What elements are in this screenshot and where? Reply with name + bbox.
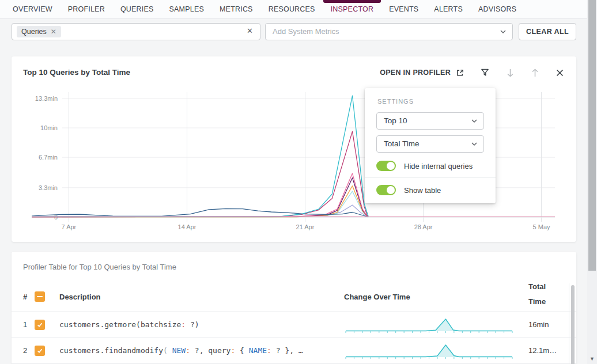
row-rank: 2 xyxy=(23,346,27,355)
chip-close-icon[interactable]: ✕ xyxy=(51,28,56,36)
chevron-down-icon xyxy=(471,141,478,147)
toggle-label: Hide internal queries xyxy=(404,162,473,170)
chart-settings-popup: SETTINGS Top 10 Total Time Hide internal… xyxy=(365,88,496,203)
chevron-down-icon xyxy=(500,28,507,35)
column-total-time: Total Time xyxy=(528,279,553,309)
toggle-label: Show table xyxy=(404,186,441,195)
query-description: customers.getmore(batchsize: ?) xyxy=(59,320,199,329)
svg-text:3.3min: 3.3min xyxy=(39,184,58,191)
metrics-placeholder: Add System Metrics xyxy=(273,24,339,40)
settings-heading: SETTINGS xyxy=(377,98,414,105)
open-in-profiler-button[interactable]: OPEN IN PROFILER xyxy=(380,69,464,77)
top-n-select-value: Top 10 xyxy=(384,113,407,129)
change-over-time-sparkline xyxy=(345,317,513,334)
svg-text:13.3min: 13.3min xyxy=(35,95,58,102)
chart-filter-button[interactable] xyxy=(481,68,489,77)
chevron-down-icon xyxy=(471,117,478,124)
chart-actions: OPEN IN PROFILER xyxy=(380,68,564,77)
arrow-up-icon xyxy=(531,69,539,77)
top-n-select[interactable]: Top 10 xyxy=(376,112,484,130)
table-scrollbar-track xyxy=(569,283,569,364)
filter-chip-label: Queries xyxy=(21,28,47,36)
checkmark-icon xyxy=(36,347,43,354)
select-all-checkbox[interactable] xyxy=(35,291,45,302)
table-header-row: # Description Change Over Time Total Tim… xyxy=(12,283,576,312)
filter-chip-queries[interactable]: Queries ✕ xyxy=(17,26,61,37)
svg-text:14 Apr: 14 Apr xyxy=(178,223,197,230)
move-chart-down-button[interactable] xyxy=(507,69,514,77)
toggle-switch-on[interactable] xyxy=(376,161,396,171)
arrow-down-icon xyxy=(507,69,514,77)
hide-internal-queries-toggle[interactable]: Hide internal queries xyxy=(376,155,490,177)
row-checkbox[interactable] xyxy=(35,346,45,356)
tab-metrics[interactable]: METRICS xyxy=(220,5,253,13)
page-scrollbar[interactable]: ▼ xyxy=(587,0,597,364)
active-tab-indicator xyxy=(323,0,381,3)
profiler-table-title: Profiler Table for Top 10 Queries by Tot… xyxy=(23,263,176,271)
row-rank: 1 xyxy=(23,320,27,329)
page-scrollbar-thumb[interactable] xyxy=(588,0,596,271)
tab-inspector-label: INSPECTOR xyxy=(331,5,374,13)
tab-queries[interactable]: QUERIES xyxy=(120,5,154,13)
svg-text:21 Apr: 21 Apr xyxy=(296,223,315,230)
indeterminate-minus-icon xyxy=(37,296,43,297)
tab-resources[interactable]: RESOURCES xyxy=(269,5,315,13)
column-rank: # xyxy=(23,293,27,301)
svg-text:28 Apr: 28 Apr xyxy=(414,223,433,230)
tab-alerts[interactable]: ALERTS xyxy=(434,5,463,13)
open-in-profiler-label: OPEN IN PROFILER xyxy=(380,69,451,77)
toggle-switch-on[interactable] xyxy=(376,185,396,195)
table-row[interactable]: 2 customers.findandmodify( NEW: ?, query… xyxy=(12,338,576,364)
metric-select-value: Total Time xyxy=(384,136,420,152)
popup-divider xyxy=(365,177,496,178)
table-scrollbar-thumb[interactable] xyxy=(571,285,575,364)
metric-select[interactable]: Total Time xyxy=(376,135,484,153)
tab-overview[interactable]: OVERVIEW xyxy=(13,5,52,13)
svg-text:6.7min: 6.7min xyxy=(39,154,58,161)
chart-title: Top 10 Queries by Total Time xyxy=(23,68,130,77)
clear-input-icon[interactable]: ✕ xyxy=(247,26,253,35)
move-chart-up-button[interactable] xyxy=(531,69,539,77)
show-table-toggle[interactable]: Show table xyxy=(376,179,490,201)
scroll-down-icon[interactable]: ▼ xyxy=(590,356,595,362)
tab-samples[interactable]: SAMPLES xyxy=(169,5,204,13)
external-link-icon xyxy=(456,69,464,77)
filter-funnel-icon xyxy=(481,68,489,77)
queries-filter-input[interactable]: Queries ✕ ✕ xyxy=(12,23,260,40)
svg-text:10min: 10min xyxy=(40,124,58,131)
top-nav: OVERVIEW PROFILER QUERIES SAMPLES METRIC… xyxy=(0,0,587,19)
profiler-table-card: Profiler Table for Top 10 Queries by Tot… xyxy=(12,252,576,364)
close-icon xyxy=(556,69,564,77)
toggle-knob xyxy=(387,186,395,194)
checkmark-icon xyxy=(36,321,43,328)
table-row[interactable]: 1 customers.getmore(batchsize: ?) 16min xyxy=(12,312,576,338)
tab-inspector[interactable]: INSPECTOR xyxy=(331,5,374,13)
close-chart-button[interactable] xyxy=(556,69,564,77)
column-change-over-time: Change Over Time xyxy=(344,293,410,301)
row-checkbox[interactable] xyxy=(35,320,45,330)
tab-events[interactable]: EVENTS xyxy=(389,5,418,13)
add-system-metrics-select[interactable]: Add System Metrics xyxy=(265,23,513,40)
tab-advisors[interactable]: ADVISORS xyxy=(478,5,516,13)
total-time-value: 12.1m… xyxy=(528,346,557,355)
tab-profiler[interactable]: PROFILER xyxy=(68,5,105,13)
change-over-time-sparkline xyxy=(345,343,513,360)
column-description: Description xyxy=(59,293,101,301)
svg-text:7 Apr: 7 Apr xyxy=(62,223,77,230)
query-description: customers.findandmodify( NEW: ?, query: … xyxy=(59,346,303,355)
clear-all-button[interactable]: CLEAR ALL xyxy=(519,23,576,40)
svg-text:5 May: 5 May xyxy=(533,223,550,230)
total-time-value: 16min xyxy=(528,320,549,329)
toggle-knob xyxy=(387,162,395,170)
